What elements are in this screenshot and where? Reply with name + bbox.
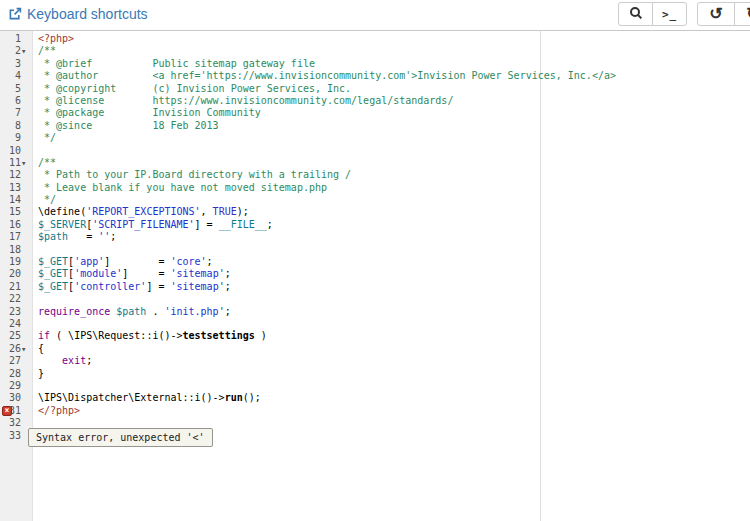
code-line[interactable]: * @brief Public sitemap gateway file	[34, 58, 750, 70]
line-number: 16	[9, 219, 21, 231]
gutter-row: 8	[0, 120, 32, 132]
line-number: 3	[15, 58, 21, 70]
code-line[interactable]	[34, 380, 750, 392]
line-number: 28	[9, 368, 21, 380]
code-line[interactable]: if ( \IPS\Request::i()->testsettings )	[34, 330, 750, 342]
code-line[interactable]: /**	[34, 157, 750, 169]
gutter-row: 15	[0, 206, 32, 218]
gutter-row: 20	[0, 268, 32, 280]
code-line[interactable]: exit;	[34, 355, 750, 367]
line-number: 32	[9, 417, 21, 429]
gutter-row: 26▾	[0, 343, 32, 355]
toolbar-group-2: ↺ ↻	[697, 2, 750, 26]
line-number: 10	[9, 145, 21, 157]
gutter-row: 9	[0, 132, 32, 144]
gutter-row: 14	[0, 194, 32, 206]
line-number: 29	[9, 380, 21, 392]
gutter-row: 17	[0, 231, 32, 243]
line-number: 15	[9, 206, 21, 218]
line-number: 19	[9, 256, 21, 268]
code-line[interactable]: require_once $path . 'init.php';	[34, 306, 750, 318]
code-line[interactable]: $_GET['app'] = 'core';	[34, 256, 750, 268]
keyboard-shortcuts-label: Keyboard shortcuts	[27, 6, 148, 22]
terminal-icon: >_	[662, 8, 677, 21]
line-number: 21	[9, 281, 21, 293]
undo-button[interactable]: ↺	[697, 2, 735, 26]
code-line[interactable]: $path = '';	[34, 231, 750, 243]
gutter-row: 25	[0, 330, 32, 342]
line-number: 11	[9, 157, 21, 169]
code-line[interactable]: $_SERVER['SCRIPT_FILENAME'] = __FILE__;	[34, 219, 750, 231]
gutter-row: 32	[0, 417, 32, 429]
search-button[interactable]	[618, 2, 653, 26]
code-lines: <?php>/** * @brief Public sitemap gatewa…	[34, 33, 750, 442]
code-line[interactable]: $_GET['controller'] = 'sitemap';	[34, 281, 750, 293]
code-line[interactable]: \IPS\Dispatcher\External::i()->run();	[34, 392, 750, 404]
line-number: 12	[9, 169, 21, 181]
code-line[interactable]	[34, 145, 750, 157]
code-line[interactable]: $_GET['module'] = 'sitemap';	[34, 268, 750, 280]
code-line[interactable]: /**	[34, 45, 750, 57]
code-line[interactable]: <?php>	[34, 33, 750, 45]
gutter: 12▾34567891011▾1213141516171819202122232…	[0, 31, 33, 521]
code-line[interactable]: * @license https://www.invisioncommunity…	[34, 95, 750, 107]
code-line[interactable]: * Path to your IP.Board directory with a…	[34, 169, 750, 181]
gutter-row: 23	[0, 306, 32, 318]
code-line[interactable]	[34, 318, 750, 330]
fold-arrow-icon[interactable]: ▾	[21, 343, 31, 355]
line-number: 33	[9, 430, 21, 442]
top-bar: Keyboard shortcuts >_ ↺ ↻	[0, 0, 750, 30]
code-line[interactable]: \define('REPORT_EXCEPTIONS', TRUE);	[34, 206, 750, 218]
line-number: 24	[9, 318, 21, 330]
line-number: 6	[15, 95, 21, 107]
gutter-row: ×31	[0, 405, 32, 417]
toolbar-group-1: >_	[618, 2, 687, 26]
redo-button[interactable]: ↻	[734, 2, 750, 26]
gutter-row: 11▾	[0, 157, 32, 169]
gutter-row: 29	[0, 380, 32, 392]
gutter-row: 27	[0, 355, 32, 367]
code-line[interactable]: * @package Invision Community	[34, 107, 750, 119]
code-line[interactable]: }	[34, 368, 750, 380]
line-number: 1	[15, 33, 21, 45]
search-icon	[629, 6, 643, 23]
line-number: 13	[9, 182, 21, 194]
code-line[interactable]: {	[34, 343, 750, 355]
gutter-row: 5	[0, 83, 32, 95]
code-line[interactable]	[34, 293, 750, 305]
code-line[interactable]: * @author <a href='https://www.invisionc…	[34, 70, 750, 82]
code-line[interactable]: * Leave blank if you have not moved site…	[34, 182, 750, 194]
line-number: 14	[9, 194, 21, 206]
code-line[interactable]	[34, 244, 750, 256]
code-line[interactable]: */	[34, 194, 750, 206]
line-number: 18	[9, 244, 21, 256]
code-line[interactable]: * @since 18 Feb 2013	[34, 120, 750, 132]
gutter-row: 19	[0, 256, 32, 268]
code-editor[interactable]: 12▾34567891011▾1213141516171819202122232…	[0, 30, 750, 521]
line-number: 20	[9, 268, 21, 280]
line-number: 17	[9, 231, 21, 243]
gutter-row: 10	[0, 145, 32, 157]
code-line[interactable]: * @copyright (c) Invision Power Services…	[34, 83, 750, 95]
gutter-row: 13	[0, 182, 32, 194]
code-line[interactable]: </?php>	[34, 405, 750, 417]
line-number: 26	[9, 343, 21, 355]
gutter-row: 18	[0, 244, 32, 256]
line-number: 23	[9, 306, 21, 318]
terminal-button[interactable]: >_	[652, 2, 687, 26]
gutter-row: 12	[0, 169, 32, 181]
fold-arrow-icon[interactable]: ▾	[21, 157, 31, 169]
gutter-row: 30	[0, 392, 32, 404]
code-line[interactable]: */	[34, 132, 750, 144]
line-number: 31	[9, 405, 21, 417]
gutter-row: 16	[0, 219, 32, 231]
syntax-error-tooltip: Syntax error, unexpected '<'	[28, 428, 213, 447]
line-number: 30	[9, 392, 21, 404]
fold-arrow-icon[interactable]: ▾	[21, 45, 31, 57]
gutter-row: 22	[0, 293, 32, 305]
gutter-row: 21	[0, 281, 32, 293]
gutter-row: 28	[0, 368, 32, 380]
gutter-row: 3	[0, 58, 32, 70]
keyboard-shortcuts-link[interactable]: Keyboard shortcuts	[8, 6, 148, 22]
external-link-icon	[8, 7, 22, 21]
